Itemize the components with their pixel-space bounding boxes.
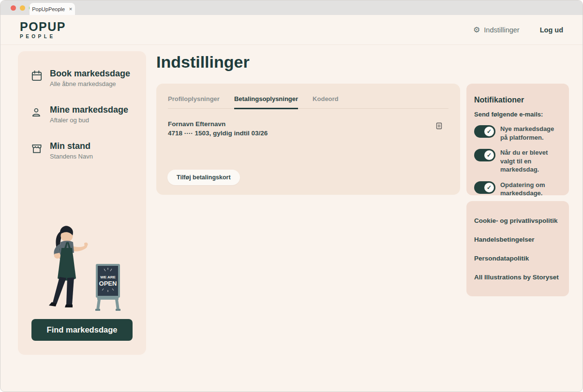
notification-toggle-row: ✓ Nye markedsdage på platformen.	[474, 125, 561, 142]
toggle-opdatering[interactable]: ✓	[474, 181, 495, 194]
toggle-new-markedsdage[interactable]: ✓	[474, 125, 495, 138]
settings-link[interactable]: ⚙ Indstillinger	[473, 26, 520, 34]
sidebar-item-subtitle: Aftaler og bud	[50, 116, 128, 124]
legal-links-panel: Cookie- og privatlivspolitik Handelsbeti…	[466, 201, 569, 296]
link-persondatapolitik[interactable]: Persondatapolitik	[474, 255, 561, 262]
stand-icon	[30, 142, 43, 155]
sidebar-item-subtitle: Alle åbne markedsdage	[50, 80, 130, 87]
calendar-icon	[30, 70, 43, 82]
sidebar: Book markedsdage Alle åbne markedsdage M…	[18, 51, 146, 355]
app-header: POPUP PEOPLE ⚙ Indstillinger Log ud	[0, 15, 583, 45]
browser-titlebar: PopUpPeople ✕	[0, 0, 583, 15]
settings-card: Profiloplysninger Betalingsoplysninger K…	[156, 84, 460, 195]
browser-tab[interactable]: PopUpPeople ✕	[30, 3, 75, 15]
tab-betalingsoplysninger[interactable]: Betalingsoplysninger	[234, 92, 298, 109]
settings-tabs: Profiloplysninger Betalingsoplysninger K…	[168, 92, 448, 109]
toggle-label: Nye markedsdage på platformen.	[500, 125, 561, 142]
logout-button[interactable]: Log ud	[540, 26, 563, 34]
link-handelsbetingelser[interactable]: Handelsbetingelser	[474, 236, 561, 243]
minimize-window-button[interactable]	[20, 5, 25, 11]
toggle-label: Når du er blevet valgt til en markedsdag…	[500, 148, 561, 174]
toggle-label: Opdatering om markedsdage.	[500, 181, 561, 198]
link-storyset-credit[interactable]: All Illustrations by Storyset	[474, 274, 561, 281]
link-cookie-privatlivspolitik[interactable]: Cookie- og privatlivspolitik	[474, 217, 561, 224]
person-icon	[30, 106, 43, 118]
settings-label: Indstillinger	[484, 26, 519, 34]
popup-people-logo: POPUP PEOPLE	[20, 21, 66, 39]
cardholder-name: Fornavn Efternavn	[168, 120, 268, 128]
close-window-button[interactable]	[11, 5, 16, 11]
shop-illustration: WE ARE OPEN	[18, 220, 146, 315]
toggle-selected-for-markedsdag[interactable]: ✓	[474, 149, 495, 161]
sidebar-item-mine-markedsdage[interactable]: Mine markedsdage Aftaler og bud	[30, 105, 138, 124]
logo-line-1: POPUP	[20, 21, 66, 33]
check-icon: ✓	[487, 128, 492, 135]
tab-kodeord[interactable]: Kodeord	[313, 92, 338, 108]
payment-card-info: Fornavn Efternavn 4718 ···· 1503, gyldig…	[168, 120, 268, 137]
payment-card-row: Fornavn Efternavn 4718 ···· 1503, gyldig…	[168, 120, 448, 137]
notification-toggle-row: ✓ Når du er blevet valgt til en markedsd…	[474, 149, 561, 174]
tab-close-icon[interactable]: ✕	[69, 7, 73, 12]
shopkeeper-illustration	[37, 223, 93, 312]
sidebar-item-title: Min stand	[50, 141, 93, 151]
trash-icon	[435, 121, 443, 130]
find-markedsdage-button[interactable]: Find markedsdage	[31, 319, 133, 341]
tab-profiloplysninger[interactable]: Profiloplysninger	[168, 92, 220, 108]
sidebar-item-title: Book markedsdage	[50, 69, 130, 79]
notifications-panel: Notifikationer Send følgende e-mails: ✓ …	[466, 84, 569, 195]
browser-tab-title: PopUpPeople	[32, 6, 65, 12]
we-are-open-sign: WE ARE OPEN	[90, 261, 125, 312]
notifications-subtitle: Send følgende e-mails:	[474, 111, 561, 118]
sidebar-item-subtitle: Standens Navn	[50, 153, 93, 160]
sidebar-item-min-stand[interactable]: Min stand Standens Navn	[30, 141, 138, 160]
add-payment-card-button[interactable]: Tilføj betalingskort	[167, 170, 240, 185]
gear-icon: ⚙	[473, 26, 480, 34]
delete-card-button[interactable]	[434, 120, 444, 132]
card-number-expiry: 4718 ···· 1503, gyldig indtil 03/26	[168, 130, 268, 137]
sidebar-nav: Book markedsdage Alle åbne markedsdage M…	[30, 69, 138, 160]
notifications-title: Notifikationer	[474, 96, 561, 104]
notification-toggle-row: ✓ Opdatering om markedsdage.	[474, 181, 561, 198]
check-icon: ✓	[487, 184, 492, 191]
sidebar-item-book-markedsdage[interactable]: Book markedsdage Alle åbne markedsdage	[30, 69, 138, 87]
page-title: Indstillinger	[156, 53, 250, 72]
check-icon: ✓	[487, 152, 492, 159]
logo-line-2: PEOPLE	[20, 34, 66, 39]
sidebar-item-title: Mine markedsdage	[50, 105, 128, 115]
sign-line-1: WE ARE	[100, 275, 116, 279]
sign-line-2: OPEN	[99, 280, 117, 287]
browser-window: PopUpPeople ✕ POPUP PEOPLE ⚙ Indstilling…	[0, 0, 583, 392]
